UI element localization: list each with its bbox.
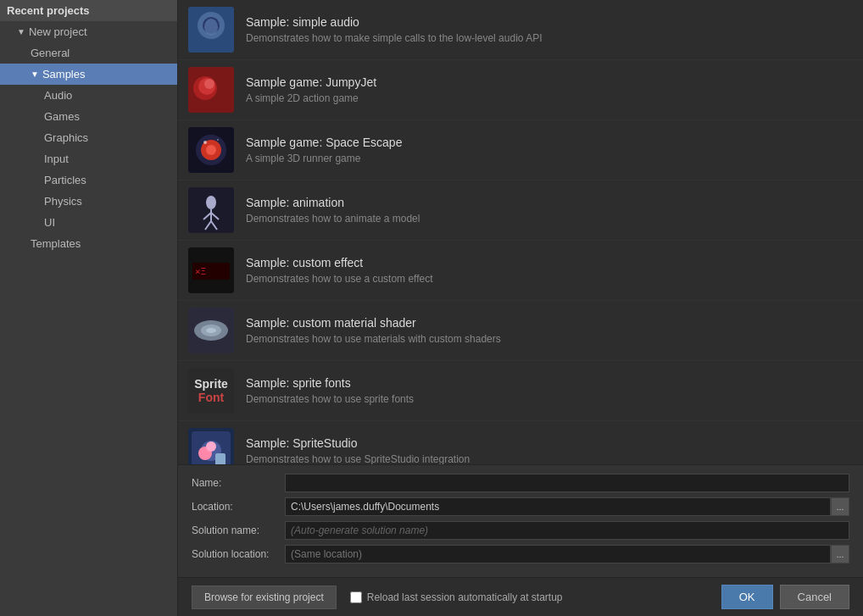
svg-point-3	[204, 19, 218, 36]
solution-name-input[interactable]	[285, 521, 849, 540]
project-thumbnail-custom-effect: ×Ξ	[188, 247, 234, 293]
solution-name-row: Solution name:	[192, 521, 849, 540]
project-item-spritestudio[interactable]: Sample: SpriteStudio Demonstrates how to…	[178, 421, 863, 464]
project-item-simple-audio[interactable]: Sample: simple audio Demonstrates how to…	[178, 0, 863, 60]
location-input-group: ...	[285, 497, 849, 516]
expand-icon-samples: ▼	[31, 69, 39, 79]
form-area: Name: Location: ... Solution name: Solut…	[178, 464, 863, 577]
project-info-custom-effect: Sample: custom effect Demonstrates how t…	[246, 256, 433, 285]
sidebar-item-new-project[interactable]: ▼ New project	[0, 21, 177, 42]
project-list: Sample: simple audio Demonstrates how to…	[178, 0, 863, 464]
svg-point-27	[206, 328, 216, 333]
solution-location-input[interactable]	[285, 545, 831, 563]
reload-checkbox-row: Reload last session automatically at sta…	[350, 591, 563, 603]
sidebar-item-samples[interactable]: ▼ Samples	[0, 64, 177, 85]
sidebar-item-ui[interactable]: UI	[0, 212, 177, 233]
expand-icon-new-project: ▼	[17, 27, 25, 36]
project-item-jumpyjet[interactable]: Sample game: JumpyJet A simple 2D action…	[178, 60, 863, 120]
project-thumbnail-custom-material	[188, 308, 234, 353]
location-label: Location:	[192, 501, 285, 513]
footer-left: Browse for existing project Reload last …	[192, 585, 563, 609]
name-row: Name:	[192, 474, 849, 492]
project-item-sprite-fonts[interactable]: Sprite Font Sample: sprite fonts Demonst…	[178, 361, 863, 421]
svg-point-15	[206, 196, 216, 209]
solution-location-row: Solution location: ...	[192, 545, 849, 563]
svg-point-13	[217, 139, 219, 141]
solution-location-browse-button[interactable]: ...	[831, 545, 849, 563]
project-info-spritestudio: Sample: SpriteStudio Demonstrates how to…	[246, 436, 470, 464]
project-thumbnail-animation	[188, 187, 234, 233]
project-thumbnail-spritestudio	[188, 428, 234, 464]
solution-location-input-group: ...	[285, 545, 849, 563]
browse-existing-button[interactable]: Browse for existing project	[192, 585, 337, 609]
project-item-space-escape[interactable]: Sample game: Space Escape A simple 3D ru…	[178, 120, 863, 180]
footer-bar: Browse for existing project Reload last …	[178, 577, 863, 616]
project-info-jumpyjet: Sample game: JumpyJet A simple 2D action…	[246, 75, 376, 104]
project-thumbnail-space-escape	[188, 127, 234, 173]
location-row: Location: ...	[192, 497, 849, 516]
location-input[interactable]	[285, 497, 831, 516]
project-item-custom-effect[interactable]: ×Ξ Sample: custom effect Demonstrates ho…	[178, 241, 863, 301]
svg-point-32	[206, 441, 216, 452]
sidebar-item-templates[interactable]: Templates	[0, 233, 177, 254]
sidebar-item-recent-projects[interactable]: Recent projects	[0, 0, 177, 21]
reload-checkbox[interactable]	[350, 591, 362, 603]
sidebar-item-audio[interactable]: Audio	[0, 85, 177, 106]
sidebar-item-general[interactable]: General	[0, 42, 177, 64]
sidebar-item-physics[interactable]: Physics	[0, 191, 177, 212]
svg-rect-33	[215, 453, 225, 464]
sidebar: Recent projects ▼ New project General ▼ …	[0, 0, 178, 616]
project-info-space-escape: Sample game: Space Escape A simple 3D ru…	[246, 136, 402, 164]
project-info-animation: Sample: animation Demonstrates how to an…	[246, 196, 420, 225]
project-thumbnail-sprite-fonts: Sprite Font	[188, 368, 234, 413]
sidebar-item-games[interactable]: Games	[0, 106, 177, 127]
project-item-custom-material[interactable]: Sample: custom material shader Demonstra…	[178, 301, 863, 361]
ok-button[interactable]: OK	[721, 585, 773, 609]
svg-point-11	[206, 145, 216, 155]
project-info-audio: Sample: simple audio Demonstrates how to…	[246, 15, 543, 44]
sidebar-item-particles[interactable]: Particles	[0, 169, 177, 191]
project-item-animation[interactable]: Sample: animation Demonstrates how to an…	[178, 180, 863, 241]
sidebar-item-graphics[interactable]: Graphics	[0, 127, 177, 148]
svg-point-7	[204, 79, 214, 89]
project-info-sprite-fonts: Sample: sprite fonts Demonstrates how to…	[246, 376, 414, 405]
project-thumbnail-audio	[188, 7, 234, 53]
footer-right: OK Cancel	[721, 585, 849, 609]
reload-label: Reload last session automatically at sta…	[367, 591, 563, 603]
solution-name-label: Solution name:	[192, 524, 285, 536]
name-label: Name:	[192, 477, 285, 489]
svg-point-12	[203, 141, 207, 144]
cancel-button[interactable]: Cancel	[780, 585, 849, 609]
svg-text:×Ξ: ×Ξ	[195, 266, 206, 277]
location-browse-button[interactable]: ...	[831, 497, 849, 516]
solution-location-label: Solution location:	[192, 548, 285, 560]
project-info-custom-material: Sample: custom material shader Demonstra…	[246, 316, 501, 345]
sidebar-item-input[interactable]: Input	[0, 148, 177, 169]
name-input[interactable]	[285, 474, 849, 492]
project-thumbnail-jumpyjet	[188, 67, 234, 113]
